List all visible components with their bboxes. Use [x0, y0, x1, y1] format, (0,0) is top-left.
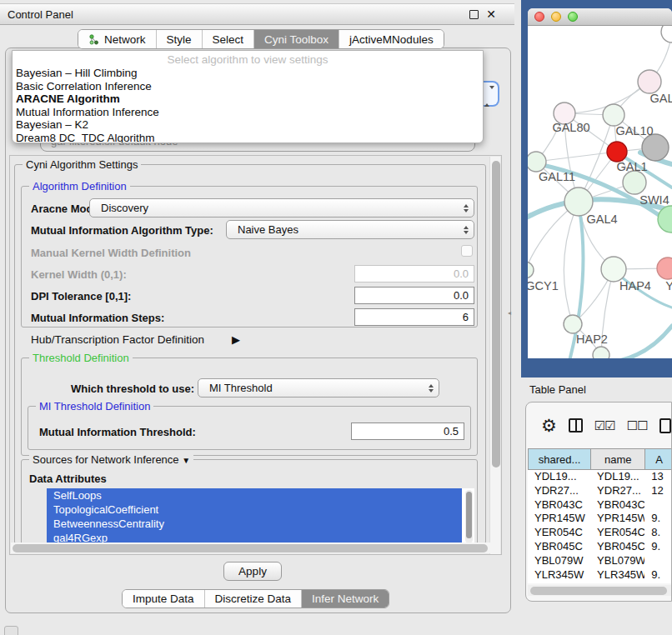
tab-select[interactable]: Select	[203, 30, 255, 48]
network-node-HAP4[interactable]	[601, 257, 626, 282]
table-cell: YDL19...	[590, 470, 644, 484]
corner-chip	[4, 626, 18, 635]
tab-style[interactable]: Style	[157, 30, 203, 48]
export-table-icon[interactable]	[659, 418, 671, 433]
window-minimize-icon[interactable]	[551, 12, 561, 22]
network-node-SWI4[interactable]	[623, 171, 646, 194]
table-row[interactable]: YER054CYER054C8.	[528, 526, 672, 540]
data-attribute-option[interactable]: BetweennessCentrality	[47, 517, 462, 531]
mi-type-combo[interactable]: Naive Bayes	[226, 220, 474, 239]
table-panel-toolbar: ⚙ ☑☑ ☐☐	[526, 402, 672, 448]
gear-icon[interactable]: ⚙	[541, 417, 557, 434]
tab-jactivemnodules[interactable]: jActiveMNodules	[339, 30, 444, 48]
window-close-icon[interactable]	[534, 12, 544, 22]
mi-steps-value: 6	[463, 311, 469, 323]
table-cell: YER054C	[590, 526, 644, 540]
data-attribute-option[interactable]: SelfLoops	[47, 488, 462, 502]
table-row[interactable]: YBR045CYBR045C9.	[528, 540, 672, 554]
network-edge[interactable]	[536, 152, 617, 162]
table-column-header[interactable]: A	[644, 448, 672, 470]
tab-network[interactable]: Network	[78, 30, 157, 48]
window-zoom-icon[interactable]	[568, 12, 578, 22]
table-cell: 9.	[644, 512, 672, 526]
kernel-width-input[interactable]: 0.0	[354, 265, 474, 282]
network-node-node-bot[interactable]	[593, 347, 609, 358]
tab-cyni-toolbox[interactable]: Cyni Toolbox	[254, 30, 339, 48]
algorithm-options: Bayesian – Hill ClimbingBasic Correlatio…	[13, 67, 483, 143]
aracne-mode-combo[interactable]: Discovery	[89, 198, 474, 218]
sources-title-wrap: Sources for Network Inference ▼	[29, 453, 193, 466]
algorithm-option[interactable]: ARACNE Algorithm	[13, 92, 483, 106]
close-icon[interactable]: ✕	[486, 10, 496, 19]
tab-cyni-toolbox-label: Cyni Toolbox	[264, 33, 328, 46]
data-attributes-label: Data Attributes	[29, 472, 107, 485]
panel-divider-handle[interactable]: ◂	[508, 309, 511, 317]
bottom-tabs: Impute Data Discretize Data Infer Networ…	[122, 589, 389, 608]
cyni-settings-viewport: Cyni Algorithm Settings Algorithm Defini…	[9, 155, 502, 555]
mi-steps-label: Mutual Information Steps:	[31, 312, 164, 324]
sources-expanded-icon[interactable]: ▼	[182, 456, 190, 465]
table-row[interactable]: YDR27...YDR27...12	[528, 484, 672, 498]
table-column-header[interactable]: shared...	[528, 448, 590, 470]
network-node-label: GAL80	[552, 121, 589, 134]
float-window-icon[interactable]	[469, 10, 479, 19]
deselect-all-columns-icon[interactable]: ☐☐	[627, 418, 648, 433]
attributes-scrollbar[interactable]	[465, 490, 473, 543]
network-node-GAL4[interactable]	[564, 188, 593, 216]
table-horizontal-scrollbar[interactable]	[528, 585, 672, 596]
table-cell: 9.	[644, 568, 672, 582]
table-cell: YER054C	[528, 526, 590, 540]
select-all-columns-icon[interactable]: ☑☑	[594, 418, 615, 433]
data-attributes-list: SelfLoopsTopologicalCoefficientBetweenne…	[47, 488, 474, 548]
network-canvas[interactable]: GALGAL80GAL10GAL1GAL11SWI4GAL4GCY1HAP4YH…	[528, 26, 672, 358]
split-columns-icon[interactable]	[569, 418, 583, 432]
network-node-GAL1[interactable]	[607, 142, 627, 162]
tab-impute-data[interactable]: Impute Data	[123, 590, 205, 608]
network-node-label: HAP2	[576, 332, 608, 346]
algorithm-option[interactable]: Mutual Information Inference	[13, 106, 483, 119]
hub-collapsed-icon[interactable]: ▶	[232, 333, 240, 346]
table-row[interactable]: YLR345WYLR345W9.	[528, 568, 672, 582]
table-row[interactable]: YIL053CYIL053C9	[528, 582, 672, 583]
network-node-GAL10[interactable]	[603, 104, 624, 126]
network-node-GAL11[interactable]	[528, 152, 546, 172]
settings-horizontal-scrollbar[interactable]	[11, 542, 491, 553]
apply-button[interactable]: Apply	[223, 562, 282, 581]
algorithm-option[interactable]: Basic Correlation Inference	[13, 80, 483, 93]
which-threshold-combo[interactable]: MI Threshold	[198, 378, 439, 398]
table-row[interactable]: YBL079WYBL079W	[528, 554, 672, 568]
network-node-label: GCY1	[528, 279, 559, 292]
network-node-HAP2[interactable]	[564, 315, 582, 333]
table-row[interactable]: YPR145WYPR145W9.	[528, 512, 672, 526]
control-panel-titlebar: Control Panel ✕	[0, 3, 514, 25]
algorithm-dropdown-list: Select algorithm to view settings Bayesi…	[12, 50, 484, 143]
algorithm-option[interactable]: Bayesian – K2	[13, 118, 483, 132]
dpi-tolerance-input[interactable]: 0.0	[354, 287, 474, 304]
network-edge[interactable]	[564, 202, 579, 324]
algorithm-option[interactable]: Dream8 DC_TDC Algorithm	[13, 132, 483, 144]
network-node-GAL[interactable]	[638, 70, 661, 93]
network-node-label: SWI4	[639, 193, 669, 207]
tab-infer-network[interactable]: Infer Network	[302, 590, 389, 608]
algorithm-option[interactable]: Bayesian – Hill Climbing	[13, 67, 483, 80]
network-node-node-top[interactable]	[661, 26, 672, 42]
tab-select-label: Select	[213, 33, 244, 46]
network-node-Y[interactable]	[657, 258, 672, 279]
network-node-GCY1[interactable]	[528, 262, 534, 278]
network-window-titlebar	[528, 8, 672, 26]
manual-kernel-label: Manual Kernel Width Definition	[31, 247, 191, 259]
manual-kernel-checkbox[interactable]	[461, 245, 473, 257]
settings-vertical-scrollbar[interactable]	[489, 157, 500, 555]
tab-discretize-data[interactable]: Discretize Data	[205, 590, 303, 608]
network-node-node-gray[interactable]	[642, 134, 669, 161]
network-icon	[88, 34, 99, 45]
table-row[interactable]: YBR043CYBR043C	[528, 498, 672, 512]
data-attribute-option[interactable]: TopologicalCoefficient	[47, 502, 462, 517]
mi-threshold-input[interactable]: 0.5	[351, 422, 464, 440]
focused-combo-fragment[interactable]	[482, 81, 499, 107]
network-node-label: GAL4	[586, 212, 617, 226]
table-row[interactable]: YDL19...YDL19...13	[528, 470, 672, 484]
table-column-header[interactable]: name	[590, 448, 644, 470]
mi-steps-input[interactable]: 6	[354, 308, 474, 326]
table-cell: YIL053C	[590, 582, 644, 583]
